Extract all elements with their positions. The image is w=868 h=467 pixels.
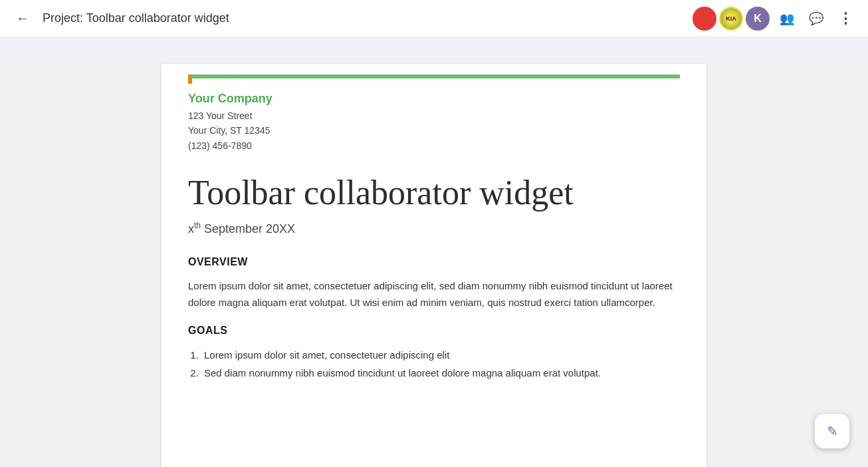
address-line2: Your City, ST 12345 (188, 123, 680, 138)
address-line1: 123 Your Street (188, 108, 680, 123)
avatar-k[interactable]: K (746, 7, 770, 31)
overview-heading: OVERVIEW (188, 256, 680, 268)
document-page: Your Company 123 Your Street Your City, … (162, 64, 706, 467)
avatar-kia[interactable]: KIA (719, 7, 743, 31)
accent-marker (188, 75, 192, 84)
topbar-left: ← Project: Toolbar collaborator widget (11, 7, 693, 31)
goals-heading: GOALS (188, 325, 680, 337)
doc-main-title: Toolbar collaborator widget (188, 173, 680, 213)
company-address: 123 Your Street Your City, ST 12345 (123… (188, 108, 680, 153)
more-icon: ⋮ (838, 10, 853, 27)
avatar-red[interactable] (693, 7, 716, 31)
more-menu-button[interactable]: ⋮ (833, 7, 857, 31)
goals-list: Lorem ipsum dolor sit amet, consectetuer… (201, 346, 680, 382)
doc-date: xth September 20XX (188, 221, 680, 236)
back-icon: ← (16, 11, 29, 26)
section-goals: GOALS Lorem ipsum dolor sit amet, consec… (162, 325, 706, 382)
main-content: Your Company 123 Your Street Your City, … (0, 37, 868, 467)
date-rest: September 20XX (201, 222, 295, 235)
topbar-right: KIA K 👥 💬 ⋮ (693, 7, 857, 31)
edit-icon: ✎ (827, 423, 838, 439)
goal-1: Lorem ipsum dolor sit amet, consectetuer… (204, 349, 449, 361)
company-phone: (123) 456-7890 (188, 138, 680, 153)
company-info: Your Company 123 Your Street Your City, … (162, 78, 706, 153)
overview-body: Lorem ipsum dolor sit amet, consectetuer… (188, 277, 680, 311)
date-suffix: th (194, 221, 201, 230)
green-bar (188, 75, 680, 78)
chat-icon: 💬 (809, 11, 823, 26)
topbar: ← Project: Toolbar collaborator widget K… (0, 0, 868, 37)
goal-2: Sed diam nonummy nibh euismod tincidunt … (204, 367, 601, 379)
date-prefix: x (188, 222, 194, 235)
edit-fab-button[interactable]: ✎ (815, 414, 849, 448)
chat-button[interactable]: 💬 (804, 7, 828, 31)
project-title: Project: Toolbar collaborator widget (43, 11, 229, 25)
company-name: Your Company (188, 92, 680, 106)
back-button[interactable]: ← (11, 7, 35, 31)
list-item: Sed diam nonummy nibh euismod tincidunt … (201, 364, 680, 382)
doc-title-section: Toolbar collaborator widget xth Septembe… (162, 153, 706, 236)
list-item: Lorem ipsum dolor sit amet, consectetuer… (201, 346, 680, 364)
add-people-icon: 👥 (780, 11, 794, 26)
section-overview: OVERVIEW Lorem ipsum dolor sit amet, con… (162, 256, 706, 311)
add-people-button[interactable]: 👥 (775, 7, 799, 31)
header-bar-container (162, 64, 706, 78)
